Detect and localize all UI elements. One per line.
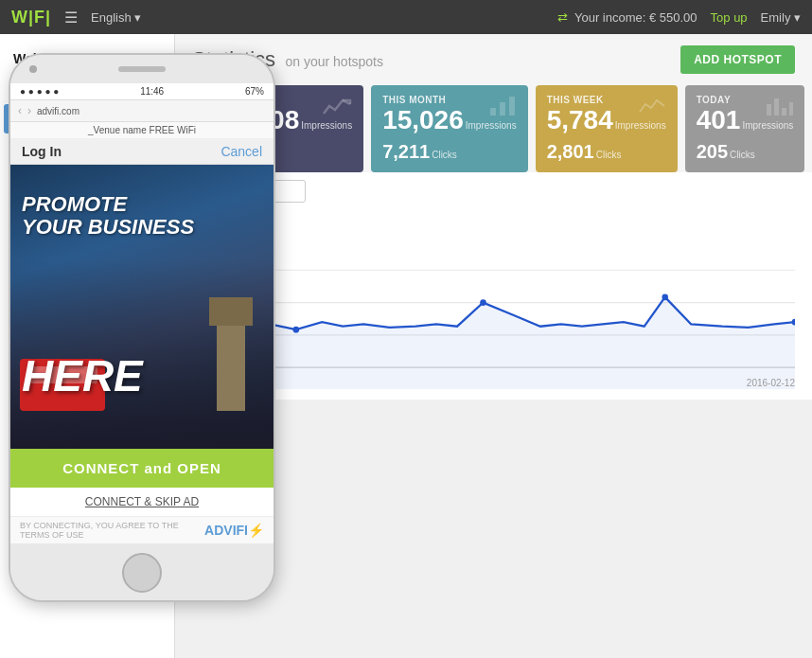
svg-rect-5 [782,108,786,116]
phone-footer: BY CONNECTING, YOU AGREE TO THE TERMS OF… [10,517,274,543]
forward-btn[interactable]: › [27,104,31,117]
phone-top-bar [10,55,274,83]
phone-bottom-bar [10,543,274,602]
top-bar-right: ⇄ Your income: € 550.00 Top up Emily ▾ [557,10,801,25]
phone-browser-bar: ‹ › advifi.com [10,99,274,122]
user-menu[interactable]: Emily ▾ [761,10,801,25]
top-bar: W|F| ☰ English ▾ ⇄ Your income: € 550.00… [0,0,812,34]
svg-rect-6 [789,102,793,116]
stat-month-secondary: 7,211 [382,141,430,163]
login-text: Log In [22,144,62,159]
svg-rect-4 [774,98,779,116]
svg-rect-3 [767,104,771,116]
svg-rect-2 [509,97,515,116]
connect-open-button[interactable]: CONNECT and OPEN [10,449,274,488]
svg-rect-0 [490,108,496,116]
phone-time: 11:46 [140,86,164,97]
add-hotspot-button[interactable]: ADD HOTSPOT [680,45,795,74]
chart-date-label: 2016-02-12 [747,378,795,388]
phone-mockup: ● ● ● ● ● 11:46 67% ‹ › advifi.com _Venu… [0,34,284,621]
phone-action-bar: Log In Cancel [10,139,274,165]
phone-battery: 67% [245,86,264,97]
ad-clock-tower [217,297,245,411]
chart-icon [488,95,517,123]
back-btn[interactable]: ‹ [18,104,22,117]
ad-text-promote: PROMOTE YOUR BUSINESS [22,193,194,239]
browser-url: advifi.com [37,106,266,116]
phone-speaker [118,66,166,72]
footer-terms-text: BY CONNECTING, YOU AGREE TO THE TERMS OF… [20,521,204,540]
trend-up-icon [322,95,352,123]
language-selector[interactable]: English ▾ [91,10,141,25]
phone-outer: ● ● ● ● ● 11:46 67% ‹ › advifi.com _Venu… [9,53,275,602]
phone-camera [29,65,37,73]
bar-chart2-icon [765,95,793,123]
stat-month-secondary-label: Clicks [432,150,457,160]
wifi-signal-icon: ⇄ [557,10,568,25]
svg-rect-1 [500,102,505,116]
connect-skip-button[interactable]: CONNECT & SKIP AD [10,488,274,517]
stat-card-today: TODAY 401 Impressions 205 Clicks [685,85,805,172]
phone-screen: ● ● ● ● ● 11:46 67% ‹ › advifi.com _Venu… [10,83,274,543]
stat-week-secondary: 2,801 [547,141,594,163]
ad-image: PROMOTE YOUR BUSINESS HERE [10,165,274,449]
bar-chart-icon [638,95,666,123]
stat-card-month: THIS MONTH 15,026 Impressions 7,211 Clic… [371,85,528,172]
logo: W|F| [11,8,51,27]
hamburger-icon[interactable]: ☰ [64,9,78,27]
stat-week-secondary-label: Clicks [596,150,622,160]
phone-dots: ● ● ● ● ● [20,86,59,97]
phone-status-bar: ● ● ● ● ● 11:46 67% [10,83,274,99]
stat-card-week: THIS WEEK 5,784 Impressions 2,801 Clicks [536,85,678,172]
stat-today-number: 401 [697,107,741,133]
venue-name: _Venue name FREE WiFi [10,122,274,139]
home-button[interactable] [122,553,162,593]
cancel-button[interactable]: Cancel [221,144,262,159]
stat-today-secondary: 205 [697,141,728,163]
advifi-brand: ADVIFI⚡ [204,523,264,538]
stat-month-number: 15,026 [382,107,464,133]
ad-text-here: HERE [22,350,143,401]
income-text: ⇄ Your income: € 550.00 [557,10,697,25]
stats-subtitle: on your hotspots [285,54,383,69]
stat-today-secondary-label: Clicks [730,150,755,160]
stat-week-number: 5,784 [547,107,613,133]
topup-link[interactable]: Top up [711,10,748,25]
